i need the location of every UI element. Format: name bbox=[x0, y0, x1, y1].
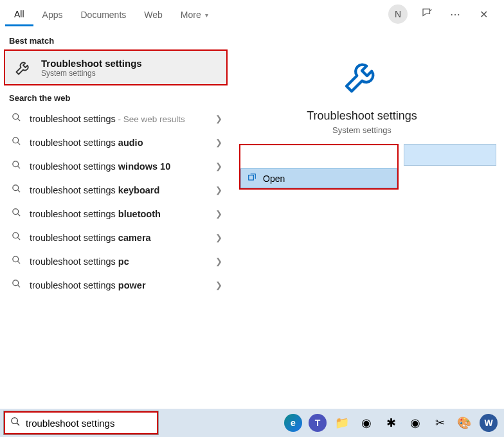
chevron-right-icon: ❯ bbox=[215, 209, 222, 219]
taskbar: eT📁◉✱◉✂🎨W bbox=[0, 409, 504, 437]
web-result-4[interactable]: troubleshoot settings bluetooth❯ bbox=[0, 202, 231, 226]
svg-line-1 bbox=[17, 118, 20, 121]
action-strip[interactable] bbox=[404, 144, 496, 166]
more-options-icon[interactable]: ⋯ bbox=[446, 8, 464, 21]
search-icon bbox=[10, 184, 22, 196]
web-result-text: troubleshoot settings power bbox=[30, 280, 208, 290]
svg-point-6 bbox=[12, 185, 18, 191]
web-result-5[interactable]: troubleshoot settings camera❯ bbox=[0, 226, 231, 249]
slack-icon[interactable]: ✱ bbox=[381, 413, 401, 433]
svg-line-13 bbox=[17, 261, 20, 263]
svg-line-15 bbox=[17, 285, 20, 287]
tab-all[interactable]: All bbox=[5, 3, 33, 26]
best-match-subtitle: System settings bbox=[41, 69, 142, 78]
tab-apps[interactable]: Apps bbox=[33, 3, 72, 26]
snip-icon[interactable]: ✂ bbox=[429, 413, 450, 433]
svg-rect-16 bbox=[249, 175, 254, 181]
files-icon[interactable]: 📁 bbox=[332, 413, 352, 433]
svg-line-7 bbox=[17, 190, 20, 192]
svg-point-8 bbox=[12, 209, 18, 215]
web-result-2[interactable]: troubleshoot settings windows 10❯ bbox=[0, 154, 231, 178]
user-avatar[interactable]: N bbox=[388, 4, 408, 24]
paint-icon[interactable]: 🎨 bbox=[454, 413, 474, 433]
svg-line-5 bbox=[17, 166, 20, 168]
chevron-right-icon: ❯ bbox=[215, 185, 222, 195]
open-icon bbox=[248, 173, 256, 184]
chevron-right-icon: ❯ bbox=[215, 280, 222, 290]
preview-wrench-icon bbox=[240, 55, 483, 99]
web-result-text: troubleshoot settings bluetooth bbox=[30, 209, 208, 219]
search-input[interactable] bbox=[26, 413, 157, 433]
web-result-text: troubleshoot settings pc bbox=[30, 256, 208, 267]
web-result-3[interactable]: troubleshoot settings keyboard❯ bbox=[0, 178, 231, 202]
word-icon[interactable]: W bbox=[478, 413, 499, 433]
svg-point-14 bbox=[12, 280, 18, 286]
search-header: All Apps Documents Web More N ⋯ ✕ bbox=[0, 0, 504, 28]
preview-title: Troubleshoot settings bbox=[240, 109, 483, 123]
taskbar-apps: eT📁◉✱◉✂🎨W bbox=[283, 413, 504, 433]
svg-line-11 bbox=[17, 237, 20, 240]
best-match-title: Troubleshoot settings bbox=[41, 58, 142, 69]
tab-web[interactable]: Web bbox=[135, 3, 172, 26]
search-icon bbox=[10, 112, 22, 125]
svg-line-9 bbox=[17, 213, 20, 216]
svg-point-12 bbox=[12, 256, 18, 262]
search-icon bbox=[10, 231, 22, 244]
svg-line-3 bbox=[17, 142, 20, 145]
svg-point-2 bbox=[12, 138, 18, 143]
search-icon bbox=[10, 279, 22, 291]
svg-point-10 bbox=[12, 233, 18, 238]
chevron-right-icon: ❯ bbox=[215, 233, 222, 242]
web-result-0[interactable]: troubleshoot settings - See web results❯ bbox=[0, 107, 231, 130]
search-icon bbox=[10, 255, 22, 267]
web-result-1[interactable]: troubleshoot settings audio❯ bbox=[0, 130, 231, 154]
web-result-7[interactable]: troubleshoot settings power❯ bbox=[0, 273, 231, 297]
tab-more[interactable]: More bbox=[172, 3, 217, 26]
svg-point-0 bbox=[12, 114, 18, 120]
scope-tabs: All Apps Documents Web More bbox=[5, 3, 217, 26]
chevron-right-icon: ❯ bbox=[215, 114, 222, 123]
search-web-heading: Search the web bbox=[0, 85, 231, 107]
web-result-text: troubleshoot settings camera bbox=[30, 233, 208, 243]
chrome-icon[interactable]: ◉ bbox=[356, 413, 377, 433]
search-icon bbox=[10, 208, 22, 220]
web-result-text: troubleshoot settings - See web results bbox=[30, 114, 208, 124]
open-label: Open bbox=[263, 174, 285, 184]
close-icon[interactable]: ✕ bbox=[474, 8, 492, 21]
chevron-right-icon: ❯ bbox=[215, 138, 222, 147]
results-pane: Best match Troubleshoot settings System … bbox=[0, 28, 231, 409]
chevron-right-icon: ❯ bbox=[215, 161, 222, 171]
best-match-result[interactable]: Troubleshoot settings System settings bbox=[4, 49, 228, 85]
svg-point-4 bbox=[12, 161, 18, 167]
search-box[interactable] bbox=[4, 411, 158, 434]
feedback-icon[interactable] bbox=[418, 7, 436, 21]
best-match-heading: Best match bbox=[0, 28, 231, 49]
search-icon bbox=[10, 160, 22, 172]
teams-icon[interactable]: T bbox=[307, 413, 328, 433]
chrome-beta-icon[interactable]: ◉ bbox=[405, 413, 426, 433]
web-result-text: troubleshoot settings windows 10 bbox=[30, 161, 208, 172]
tab-documents[interactable]: Documents bbox=[71, 3, 135, 26]
edge-icon[interactable]: e bbox=[283, 413, 303, 433]
open-button[interactable]: Open bbox=[240, 168, 397, 188]
web-result-text: troubleshoot settings keyboard bbox=[30, 185, 208, 195]
preview-subtitle: System settings bbox=[240, 125, 483, 135]
preview-pane: Troubleshoot settings System settings Op… bbox=[231, 28, 504, 409]
svg-point-17 bbox=[12, 418, 17, 424]
search-icon bbox=[5, 416, 26, 429]
svg-line-18 bbox=[17, 423, 19, 425]
web-result-6[interactable]: troubleshoot settings pc❯ bbox=[0, 249, 231, 273]
chevron-right-icon: ❯ bbox=[215, 256, 222, 266]
wrench-icon bbox=[13, 57, 33, 78]
web-result-text: troubleshoot settings audio bbox=[30, 138, 208, 148]
search-icon bbox=[10, 136, 22, 148]
